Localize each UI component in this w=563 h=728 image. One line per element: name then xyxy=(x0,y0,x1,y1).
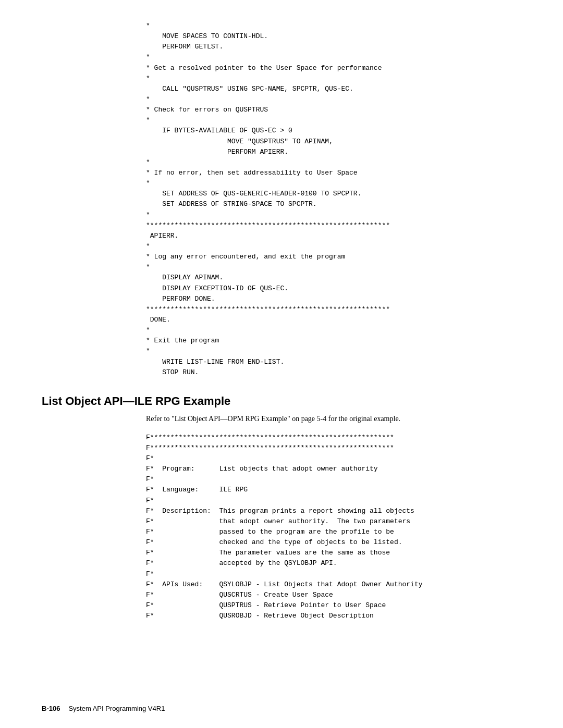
ile-code-block: F***************************************… xyxy=(146,433,521,622)
intro-text: Refer to "List Object API—OPM RPG Exampl… xyxy=(146,413,521,424)
page: * MOVE SPACES TO CONTIN-HDL. PERFORM GET… xyxy=(0,0,563,728)
section-heading: List Object API—ILE RPG Example xyxy=(42,394,521,408)
page-footer: B-106 System API Programming V4R1 xyxy=(42,705,521,712)
top-code-block: * MOVE SPACES TO CONTIN-HDL. PERFORM GET… xyxy=(146,21,521,378)
footer-book-title: System API Programming V4R1 xyxy=(68,705,165,712)
footer-page-ref: B-106 xyxy=(42,705,60,712)
